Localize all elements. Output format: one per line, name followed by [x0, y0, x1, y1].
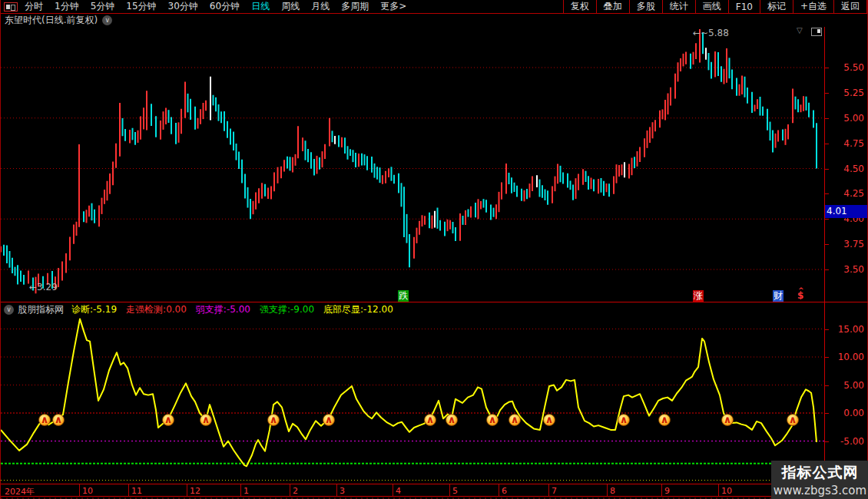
dollar-hat: ^	[798, 285, 804, 296]
toolbar-button-F10[interactable]: F10	[728, 0, 760, 13]
axis-tick	[825, 269, 829, 270]
axis-tick	[825, 357, 829, 358]
buy-signal-coin-icon[interactable]: ∧	[38, 414, 51, 426]
up-chevron-glyph: ∧	[200, 414, 211, 425]
axis-tick	[825, 244, 829, 245]
period-tab-多周期[interactable]: 多周期	[341, 1, 369, 12]
price-axis-label: 5.50	[843, 62, 864, 73]
indicator-axis-label: 10.00	[838, 352, 864, 362]
pane-separator	[1, 302, 868, 302]
month-separator	[548, 484, 549, 496]
toolbar-button-叠加[interactable]: 叠加	[596, 0, 629, 13]
axis-tick	[825, 413, 829, 414]
indicator-chart[interactable]	[1, 302, 824, 484]
date-label: 2	[293, 486, 298, 496]
toolbar-button-标记[interactable]: 标记	[760, 0, 793, 13]
period-tabs: 分时1分钟5分钟15分钟30分钟60分钟日线周线月线多周期更多>	[25, 0, 418, 13]
toolbar-button-多股[interactable]: 多股	[629, 0, 662, 13]
indicator-field: 诊断:-5.19	[71, 304, 117, 315]
price-axis-label: 4.50	[843, 164, 864, 174]
up-chevron-glyph: ∧	[659, 414, 670, 425]
month-separator	[240, 484, 241, 496]
period-tab-60分钟[interactable]: 60分钟	[210, 1, 240, 12]
period-tab-月线[interactable]: 月线	[311, 1, 330, 12]
layout-split-icon[interactable]	[4, 2, 18, 12]
axis-tick	[825, 93, 829, 94]
indicator-values: 诊断:-5.19走强检测:0.00弱支撑:-5.00强支撑:-9.00底部尽显:…	[71, 303, 403, 316]
date-label: 10	[82, 486, 93, 496]
month-separator	[79, 484, 80, 496]
axis-tick	[825, 219, 829, 220]
axis-tick	[825, 169, 829, 170]
month-separator	[499, 484, 499, 496]
low-annotation: ←3.29	[29, 282, 58, 292]
up-chevron-glyph: ∧	[722, 414, 733, 425]
toolbar-button-+自选[interactable]: +自选	[793, 0, 833, 13]
month-separator	[718, 484, 719, 496]
month-separator	[607, 484, 608, 496]
toolbar-button-画线[interactable]: 画线	[695, 0, 728, 13]
toolbar-button-返回[interactable]: 返回	[833, 0, 867, 13]
up-chevron-glyph: ∧	[53, 414, 64, 425]
buy-signal-coin-icon[interactable]: ∧	[446, 414, 458, 426]
indicator-axis-label: -5.00	[840, 436, 864, 447]
date-label: 4	[396, 486, 401, 496]
buy-signal-coin-icon[interactable]: ∧	[486, 414, 499, 426]
buy-signal-coin-icon[interactable]: ∧	[721, 414, 734, 426]
indicator-field: 弱支撑:-5.00	[196, 304, 250, 315]
buy-signal-coin-icon[interactable]: ∧	[787, 414, 799, 426]
period-tab-5分钟[interactable]: 5分钟	[91, 1, 115, 12]
month-separator	[187, 484, 187, 496]
last-price-tag: 4.01	[825, 205, 867, 218]
period-tab-1分钟[interactable]: 1分钟	[55, 1, 79, 12]
buy-signal-coin-icon[interactable]: ∧	[618, 414, 630, 426]
buy-signal-coin-icon[interactable]: ∧	[509, 414, 521, 426]
up-chevron-glyph: ∧	[268, 414, 279, 425]
axis-tick	[825, 441, 829, 442]
buy-signal-coin-icon[interactable]: ∧	[162, 414, 174, 426]
candlestick-chart[interactable]	[1, 27, 824, 302]
indicator-axis-label: 15.00	[838, 324, 864, 335]
chart-title-row: 东望时代(日线.前复权) ∨	[5, 15, 112, 26]
buy-signal-coin-icon[interactable]: ∧	[267, 414, 280, 426]
price-axis-label: 3.50	[843, 264, 864, 275]
up-chevron-glyph: ∧	[425, 414, 436, 425]
toolbar-button-统计[interactable]: 统计	[662, 0, 695, 13]
month-separator	[290, 484, 290, 496]
period-tab-30分钟[interactable]: 30分钟	[168, 1, 198, 12]
indicator-field: 底部尽显:-12.00	[323, 304, 393, 315]
up-chevron-glyph: ∧	[487, 414, 498, 425]
indicator-axis: 15.0010.005.000.00-5.00	[824, 302, 868, 484]
buy-signal-coin-icon[interactable]: ∧	[543, 414, 555, 426]
month-separator	[661, 484, 662, 496]
ohlc-bar-series	[1, 29, 817, 293]
buy-signal-coin-icon[interactable]: ∧	[424, 414, 436, 426]
watermark-url: www.zbgs3.com	[771, 484, 868, 497]
date-label: 10	[721, 486, 732, 496]
up-chevron-glyph: ∧	[446, 414, 457, 425]
buy-signal-coin-icon[interactable]: ∧	[658, 414, 671, 426]
price-axis-label: 4.25	[843, 188, 864, 199]
buy-signal-coin-icon[interactable]: ∧	[323, 414, 335, 426]
date-label: 11	[131, 486, 142, 496]
date-axis[interactable]: 2024年10111212345678910	[1, 484, 868, 497]
indicator-chevron-down-icon[interactable]: ∨	[4, 305, 14, 315]
date-label: 12	[190, 486, 200, 496]
period-tab-日线[interactable]: 日线	[251, 1, 270, 12]
date-label: 3	[340, 486, 345, 496]
period-tab-15分钟[interactable]: 15分钟	[126, 1, 156, 12]
buy-signal-coin-icon[interactable]: ∧	[52, 414, 65, 426]
indicator-name[interactable]: 股朋指标网	[18, 303, 64, 316]
high-annotation: ←~5.88	[693, 28, 729, 38]
title-chevron-down-icon[interactable]: ∨	[102, 15, 112, 25]
toolbar-right-buttons: 复权叠加多股统计画线F10标记+自选返回	[563, 0, 867, 13]
period-tab-更多>[interactable]: 更多>	[380, 1, 406, 12]
trading-app-window: 分时1分钟5分钟15分钟30分钟60分钟日线周线月线多周期更多> 复权叠加多股统…	[0, 0, 868, 499]
indicator-line	[1, 319, 817, 466]
buy-signal-coin-icon[interactable]: ∧	[200, 414, 212, 426]
period-tab-周线[interactable]: 周线	[281, 1, 300, 12]
up-chevron-glyph: ∧	[544, 414, 555, 425]
indicator-axis-label: 5.00	[843, 380, 864, 391]
toolbar-button-复权[interactable]: 复权	[563, 0, 596, 13]
period-tab-分时[interactable]: 分时	[25, 1, 43, 12]
